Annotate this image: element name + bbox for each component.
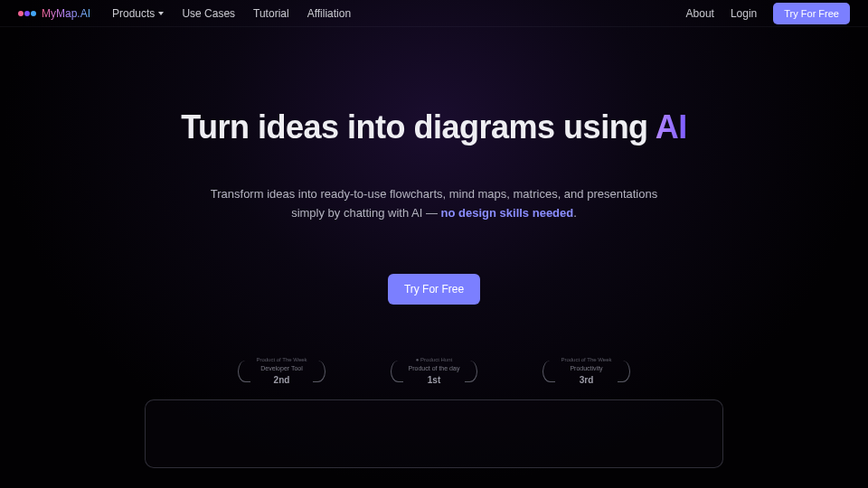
about-link[interactable]: About [686, 7, 714, 20]
nav-products[interactable]: Products [112, 7, 164, 20]
award-line1: Product of The Week [256, 357, 307, 364]
brand-name: MyMap.AI [42, 7, 90, 20]
award-text: Product of The Week Developer Tool 2nd [256, 357, 307, 386]
laurel-right-icon [313, 361, 326, 382]
hero-subtitle-a: Transform ideas into ready-to-use flowch… [211, 187, 657, 220]
header-left: MyMap.AI Products Use Cases Tutorial Aff… [18, 7, 351, 20]
nav-products-label: Products [112, 7, 155, 20]
header-right: About Login Try For Free [686, 3, 850, 24]
award-line2: Productivity [570, 364, 602, 372]
award-text: Product of The Week Productivity 3rd [561, 357, 611, 386]
laurel-left-icon [238, 361, 250, 382]
laurel-left-icon [391, 361, 403, 382]
award-line1: ● Product Hunt [416, 357, 452, 364]
hero-subtitle-b: . [573, 206, 577, 220]
hero-subtitle-emphasis: no design skills needed [441, 206, 574, 220]
award-line2: Product of the day [409, 364, 460, 372]
award-badge: Product of The Week Productivity 3rd [542, 357, 629, 386]
header-cta-button[interactable]: Try For Free [773, 3, 850, 24]
hero-cta-button[interactable]: Try For Free [388, 274, 480, 305]
award-line2: Developer Tool [260, 364, 303, 372]
nav-menu: Products Use Cases Tutorial Affiliation [112, 7, 351, 20]
logo[interactable]: MyMap.AI [18, 7, 90, 20]
prompt-input-box[interactable] [145, 399, 723, 468]
laurel-right-icon [618, 361, 630, 382]
logo-icon [18, 11, 36, 16]
hero-subtitle: Transform ideas into ready-to-use flowch… [208, 184, 660, 223]
hero: Turn ideas into diagrams using AI Transf… [0, 27, 868, 386]
award-rank: 1st [428, 374, 440, 386]
hero-title: Turn ideas into diagrams using AI [181, 108, 687, 146]
login-link[interactable]: Login [731, 7, 757, 20]
awards: Product of The Week Developer Tool 2nd ●… [238, 357, 629, 386]
award-rank: 3rd [580, 374, 594, 386]
laurel-left-icon [542, 361, 555, 382]
award-badge: ● Product Hunt Product of the day 1st [391, 357, 478, 386]
award-badge: Product of The Week Developer Tool 2nd [238, 357, 325, 386]
hero-title-prefix: Turn ideas into diagrams using [181, 108, 656, 145]
award-rank: 2nd [274, 374, 290, 386]
nav-tutorial[interactable]: Tutorial [253, 7, 289, 20]
laurel-right-icon [465, 361, 477, 382]
award-text: ● Product Hunt Product of the day 1st [409, 357, 460, 386]
nav-affiliation[interactable]: Affiliation [307, 7, 351, 20]
award-line1: Product of The Week [561, 357, 611, 364]
nav-use-cases[interactable]: Use Cases [182, 7, 235, 20]
nav-use-cases-label: Use Cases [182, 7, 235, 20]
nav-affiliation-label: Affiliation [307, 7, 351, 20]
chevron-down-icon [158, 12, 164, 15]
nav-tutorial-label: Tutorial [253, 7, 289, 20]
header: MyMap.AI Products Use Cases Tutorial Aff… [0, 0, 868, 27]
hero-title-ai: AI [656, 108, 687, 145]
